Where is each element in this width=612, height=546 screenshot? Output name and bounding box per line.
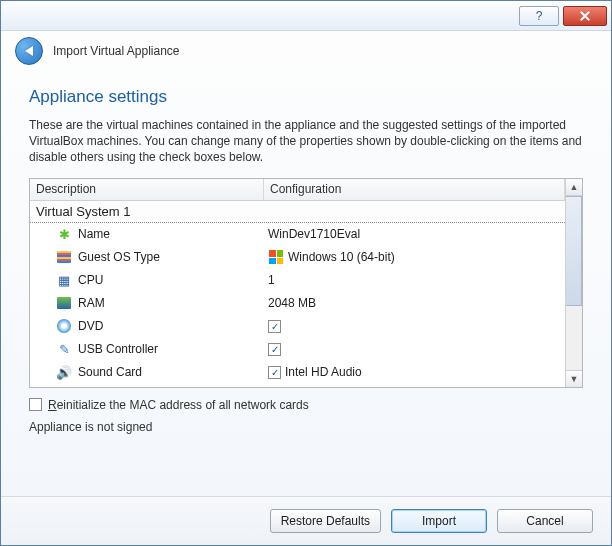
table-row[interactable]: Guest OS Type Windows 10 (64-bit): [30, 246, 565, 269]
dialog-footer: Restore Defaults Import Cancel: [1, 496, 611, 545]
row-value: Intel HD Audio: [285, 365, 362, 379]
cancel-button[interactable]: Cancel: [497, 509, 593, 533]
scroll-thumb[interactable]: [566, 196, 582, 306]
table-row[interactable]: ▦ CPU 1: [30, 269, 565, 292]
row-label: DVD: [78, 319, 103, 333]
scroll-track[interactable]: [566, 306, 582, 370]
table-row[interactable]: RAM 2048 MB: [30, 292, 565, 315]
sound-checkbox[interactable]: [268, 366, 281, 379]
signed-status: Appliance is not signed: [29, 420, 583, 434]
dialog-window: ? Import Virtual Appliance Appliance set…: [0, 0, 612, 546]
options-area: Reinitialize the MAC address of all netw…: [29, 398, 583, 434]
scroll-down-button[interactable]: ▼: [566, 370, 582, 387]
page-heading: Appliance settings: [29, 87, 583, 107]
back-button[interactable]: [15, 37, 43, 65]
row-value: 2048 MB: [268, 296, 316, 310]
table-row[interactable]: ✱ Name WinDev1710Eval: [30, 223, 565, 246]
group-row[interactable]: Virtual System 1: [30, 201, 565, 223]
titlebar: ?: [1, 1, 611, 31]
page-description: These are the virtual machines contained…: [29, 117, 583, 166]
row-label: Guest OS Type: [78, 250, 160, 264]
back-arrow-icon: [25, 46, 33, 56]
restore-defaults-button[interactable]: Restore Defaults: [270, 509, 381, 533]
dvd-icon: [56, 318, 72, 334]
row-label: USB Controller: [78, 342, 158, 356]
dvd-checkbox[interactable]: [268, 320, 281, 333]
row-label: Name: [78, 227, 110, 241]
scroll-up-button[interactable]: ▲: [566, 179, 582, 196]
row-label: RAM: [78, 296, 105, 310]
row-value: Windows 10 (64-bit): [288, 250, 395, 264]
table-body: Description Configuration Virtual System…: [30, 179, 565, 387]
column-header-configuration[interactable]: Configuration: [264, 179, 565, 200]
settings-table: Description Configuration Virtual System…: [29, 178, 583, 388]
ram-icon: [56, 295, 72, 311]
window-title: Import Virtual Appliance: [53, 44, 180, 58]
content-area: Appliance settings These are the virtual…: [1, 75, 611, 496]
name-icon: ✱: [56, 226, 72, 242]
close-icon: [579, 10, 591, 22]
column-header-description[interactable]: Description: [30, 179, 264, 200]
row-label: Sound Card: [78, 365, 142, 379]
usb-checkbox[interactable]: [268, 343, 281, 356]
wizard-header: Import Virtual Appliance: [1, 31, 611, 75]
sound-icon: 🔊: [56, 364, 72, 380]
help-button[interactable]: ?: [519, 6, 559, 26]
table-row[interactable]: 🔊 Sound Card Intel HD Audio: [30, 361, 565, 384]
usb-icon: ✎: [56, 341, 72, 357]
windows-icon: [268, 249, 284, 265]
table-row[interactable]: ✎ USB Controller: [30, 338, 565, 361]
reinit-mac-label[interactable]: Reinitialize the MAC address of all netw…: [48, 398, 309, 412]
table-header: Description Configuration: [30, 179, 565, 201]
close-button[interactable]: [563, 6, 607, 26]
reinit-mac-row: Reinitialize the MAC address of all netw…: [29, 398, 583, 412]
row-label: CPU: [78, 273, 103, 287]
scrollbar[interactable]: ▲ ▼: [565, 179, 582, 387]
reinit-mac-checkbox[interactable]: [29, 398, 42, 411]
row-value: WinDev1710Eval: [268, 227, 360, 241]
row-value: 1: [268, 273, 275, 287]
cpu-icon: ▦: [56, 272, 72, 288]
table-row[interactable]: DVD: [30, 315, 565, 338]
guest-os-icon: [56, 249, 72, 265]
import-button[interactable]: Import: [391, 509, 487, 533]
